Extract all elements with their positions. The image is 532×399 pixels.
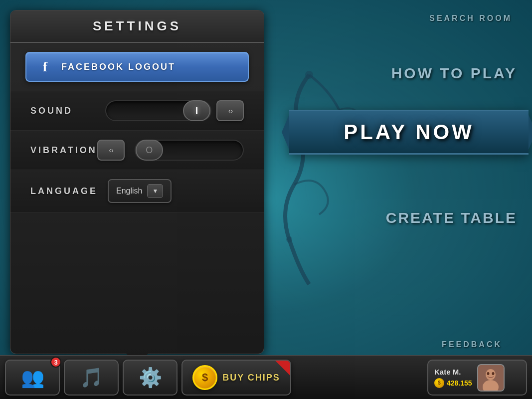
vibration-arrow-button[interactable]: ‹ ›: [97, 140, 125, 161]
sound-toggle-thumb: I: [183, 100, 210, 121]
language-dropdown-arrow: ▼: [147, 184, 163, 198]
chip-coin-icon: $: [192, 365, 217, 390]
buy-chips-label: BUY CHIPS: [222, 373, 280, 383]
profile-name: Kate M.: [434, 368, 472, 376]
avatar: [477, 364, 505, 392]
search-room-button[interactable]: SEARCH ROOM: [429, 14, 512, 23]
feedback-label: FEEDBACK: [442, 340, 502, 349]
friends-button[interactable]: 👥 3: [5, 360, 60, 396]
friends-badge: 3: [50, 357, 61, 368]
music-icon: 🎵: [80, 367, 103, 389]
coin-symbol: $: [202, 371, 208, 384]
sound-label: SOUND: [30, 106, 95, 116]
vibration-off-indicator: O: [146, 145, 153, 156]
sound-on-indicator: I: [195, 105, 198, 117]
profile-balance: 428.155: [447, 379, 472, 387]
right-menu-area: SEARCH ROOM HOW TO PLAY PLAY NOW CREATE …: [274, 0, 527, 354]
music-button[interactable]: 🎵: [64, 360, 119, 396]
vibration-arrow-icon: ‹ ›: [109, 146, 113, 154]
play-now-label: PLAY NOW: [344, 120, 474, 144]
svg-point-6: [492, 372, 494, 375]
gear-icon: ⚙️: [139, 367, 162, 389]
sound-arrow-button[interactable]: ‹ ›: [216, 100, 244, 121]
settings-panel: SETTINGS f FACEBOOK LOGOUT SOUND I ‹ › V…: [10, 10, 264, 354]
language-row: LANGUAGE English ▼: [10, 170, 264, 212]
profile-area[interactable]: Kate M. $ 428.155: [427, 360, 527, 396]
svg-point-3: [486, 369, 496, 380]
chevron-down-icon: ▼: [153, 188, 159, 195]
vibration-label: VIBRATION: [30, 145, 97, 156]
play-now-area: PLAY NOW: [289, 110, 522, 155]
play-now-button[interactable]: PLAY NOW: [289, 110, 529, 155]
svg-point-5: [487, 372, 489, 375]
sound-row: SOUND I ‹ ›: [10, 91, 264, 131]
profile-coins: $ 428.155: [434, 378, 472, 388]
settings-title-text: SETTINGS: [93, 18, 181, 33]
settings-title-bar: SETTINGS: [10, 10, 264, 43]
search-room-label: SEARCH ROOM: [429, 14, 512, 22]
facebook-icon: f: [36, 59, 54, 75]
profile-info: Kate M. $ 428.155: [434, 368, 472, 388]
facebook-section: f FACEBOOK LOGOUT: [10, 43, 264, 91]
red-corner-badge: [275, 361, 290, 376]
sound-toggle[interactable]: I: [105, 100, 211, 121]
buy-chips-button[interactable]: $ BUY CHIPS: [181, 360, 291, 396]
vibration-toggle-thumb: O: [136, 140, 163, 161]
vibration-row: VIBRATION ‹ › O: [10, 131, 264, 170]
sound-arrow-icon: ‹ ›: [228, 107, 232, 115]
create-table-button[interactable]: CREATE TABLE: [386, 209, 517, 226]
settings-button[interactable]: ⚙️: [123, 360, 177, 396]
friends-icon: 👥: [21, 367, 44, 389]
language-dropdown[interactable]: English ▼: [108, 179, 172, 203]
language-value: English: [116, 187, 142, 196]
vibration-toggle[interactable]: O: [135, 140, 244, 161]
language-label: LANGUAGE: [30, 186, 98, 197]
facebook-logout-button[interactable]: f FACEBOOK LOGOUT: [25, 52, 249, 82]
feedback-button[interactable]: FEEDBACK: [442, 340, 502, 349]
how-to-play-button[interactable]: HOW TO PLAY: [391, 65, 517, 82]
how-to-play-label: HOW TO PLAY: [391, 65, 517, 81]
bottom-bar: 👥 3 🎵 ⚙️ $ BUY CHIPS Kate M. $ 428.155: [0, 355, 532, 399]
profile-coin-icon: $: [434, 378, 444, 388]
create-table-label: CREATE TABLE: [386, 209, 517, 226]
facebook-logout-label: FACEBOOK LOGOUT: [61, 62, 176, 72]
